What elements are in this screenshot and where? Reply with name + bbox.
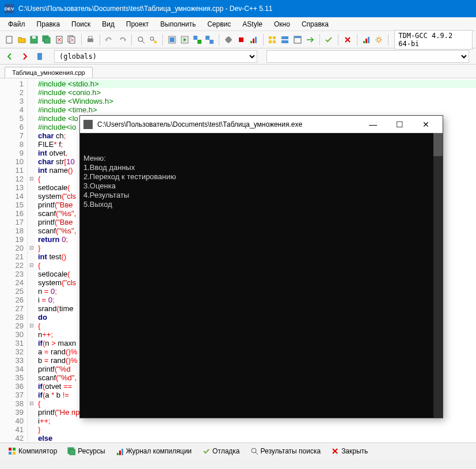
console-output[interactable]: Меню:1.Ввод данных2.Переход к тестирован…	[80, 133, 443, 418]
console-line: 2.Переход к тестированию	[83, 172, 439, 181]
svg-rect-14	[170, 37, 174, 42]
menu-поиск[interactable]: Поиск	[66, 18, 96, 31]
svg-rect-26	[273, 36, 276, 39]
svg-rect-40	[9, 452, 12, 455]
svg-rect-12	[154, 41, 157, 43]
svg-rect-34	[365, 39, 367, 43]
globals-dropdown[interactable]: (globals)	[54, 50, 257, 63]
save-all-button[interactable]	[41, 33, 52, 46]
compiler-icon	[8, 447, 16, 455]
close-file-button[interactable]	[54, 33, 65, 46]
titlebar: DEV C:\Users\Пользователь\Documents\test…	[0, 0, 476, 17]
compile-button[interactable]	[166, 33, 178, 46]
back-button[interactable]	[3, 50, 16, 63]
line-gutter: 1234567891011121314151617181920212223242…	[0, 78, 28, 442]
debug-icon	[202, 447, 210, 455]
nav-toolbar: (globals)	[0, 48, 476, 65]
svg-rect-46	[121, 449, 123, 455]
forward-button[interactable]	[18, 50, 31, 63]
svg-rect-32	[294, 36, 301, 38]
menu-окно[interactable]: Окно	[268, 18, 296, 31]
menu-вид[interactable]: Вид	[96, 18, 120, 31]
layout3-button[interactable]	[292, 33, 303, 46]
new-file-button[interactable]	[3, 33, 15, 46]
main-toolbar: TDM-GCC 4.9.2 64-bi	[0, 31, 476, 48]
profile-button[interactable]	[248, 33, 260, 46]
svg-rect-39	[13, 448, 16, 451]
compile-run-button[interactable]	[192, 33, 203, 46]
menu-файл[interactable]: Файл	[2, 18, 31, 31]
svg-rect-35	[368, 37, 370, 43]
bottom-tab-debug[interactable]: Отладка	[197, 445, 244, 457]
check-button[interactable]	[323, 33, 334, 46]
svg-rect-43	[70, 449, 75, 455]
svg-point-36	[377, 38, 380, 41]
stop-button[interactable]	[235, 33, 247, 46]
console-line: 3.Оценка	[83, 181, 439, 191]
replace-button[interactable]	[147, 33, 159, 46]
svg-rect-23	[253, 39, 254, 43]
menu-astyle[interactable]: AStyle	[237, 18, 268, 31]
svg-rect-28	[273, 40, 276, 43]
svg-rect-37	[37, 53, 42, 60]
menu-сервис[interactable]: Сервис	[201, 18, 237, 31]
close-button[interactable]: ✕	[413, 116, 439, 133]
bottom-tab-close-tab[interactable]: Закрыть	[326, 445, 372, 457]
console-line: Меню:	[83, 154, 439, 163]
find-button[interactable]	[135, 33, 147, 46]
svg-rect-29	[281, 36, 288, 39]
svg-rect-9	[89, 36, 92, 39]
open-file-button[interactable]	[16, 33, 28, 46]
console-scrollbar[interactable]	[433, 133, 443, 418]
run-button[interactable]	[179, 33, 191, 46]
fold-gutter[interactable]: ⊟⊟⊟⊟⊟	[28, 78, 36, 442]
app-icon: DEV	[5, 4, 14, 13]
maximize-button[interactable]: ☐	[386, 116, 413, 133]
window-title: C:\Users\Пользователь\Documents\test\Таб…	[18, 5, 471, 13]
save-button[interactable]	[29, 33, 40, 46]
console-titlebar[interactable]: C:\Users\Пользователь\Documents\test\Таб…	[80, 116, 443, 133]
svg-rect-18	[205, 36, 210, 40]
print-button[interactable]	[85, 33, 97, 46]
members-dropdown[interactable]	[266, 50, 470, 63]
svg-point-10	[138, 37, 143, 41]
console-icon	[83, 120, 93, 129]
minimize-button[interactable]: —	[360, 116, 386, 133]
menu-проект[interactable]: Проект	[120, 18, 155, 31]
bookmark-button[interactable]	[33, 50, 46, 63]
stats-button[interactable]	[361, 33, 372, 46]
layout2-button[interactable]	[279, 33, 291, 46]
svg-rect-41	[13, 452, 16, 455]
bottom-tab-search-results[interactable]: Результаты поиска	[246, 445, 326, 457]
clear-button[interactable]	[342, 33, 353, 46]
console-line: 5.Выход	[83, 200, 439, 209]
close-all-button[interactable]	[66, 33, 78, 46]
menu-справка[interactable]: Справка	[296, 18, 334, 31]
svg-rect-27	[269, 40, 272, 43]
layout1-button[interactable]	[266, 33, 278, 46]
undo-button[interactable]	[104, 33, 115, 46]
bottom-tab-resources[interactable]: Ресурсы	[63, 445, 109, 457]
svg-rect-0	[6, 36, 12, 43]
menu-правка[interactable]: Правка	[31, 18, 66, 31]
file-tab-active[interactable]: Таблица_умножения.cpp	[5, 67, 93, 78]
svg-rect-25	[269, 36, 272, 39]
console-line: 1.Ввод данных	[83, 163, 439, 172]
bottom-tab-log[interactable]: Журнал компиляции	[111, 445, 196, 457]
svg-rect-22	[250, 41, 252, 43]
svg-rect-16	[193, 36, 197, 40]
svg-rect-33	[363, 41, 365, 43]
console-line: 4.Результаты	[83, 191, 439, 200]
debug-button[interactable]	[223, 33, 234, 46]
compiler-selector[interactable]: TDM-GCC 4.9.2 64-bi	[394, 30, 473, 50]
svg-rect-44	[117, 453, 119, 455]
search-results-icon	[250, 447, 258, 455]
svg-rect-17	[197, 40, 201, 44]
svg-rect-38	[9, 448, 12, 451]
menu-выполнить[interactable]: Выполнить	[155, 18, 202, 31]
bottom-tab-compiler[interactable]: Компилятор	[3, 445, 62, 457]
redo-button[interactable]	[116, 33, 128, 46]
rebuild-button[interactable]	[204, 33, 216, 46]
goto-button[interactable]	[304, 33, 316, 46]
tools-button[interactable]	[374, 33, 385, 46]
